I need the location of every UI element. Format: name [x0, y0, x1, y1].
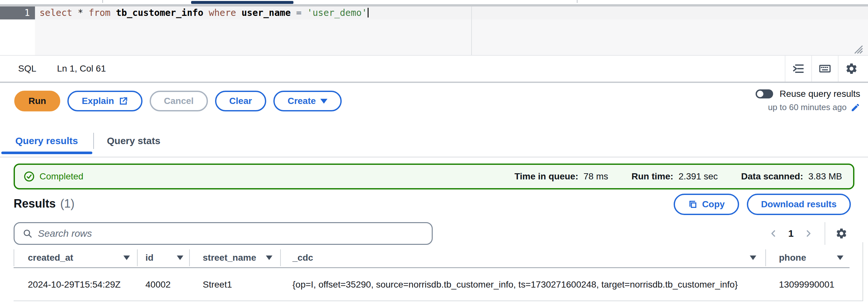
banner-stat: Run time:2.391 sec — [631, 171, 718, 182]
explain-button[interactable]: Explain — [67, 91, 143, 112]
results-count: (1) — [60, 197, 74, 211]
settings-gear-icon — [845, 62, 858, 75]
toggle-knob — [757, 91, 764, 97]
results-header: Results (1) Copy Download results — [13, 194, 855, 216]
external-link-icon — [119, 96, 128, 106]
results-title: Results — [13, 197, 56, 211]
tab-query-stats[interactable]: Query stats — [94, 125, 173, 157]
column-header-phone[interactable]: phone — [765, 253, 868, 263]
editor-line-number: 1 — [0, 6, 35, 20]
column-header-_cdc[interactable]: _cdc — [280, 253, 765, 263]
format-indent-icon — [792, 62, 805, 75]
copy-icon — [688, 199, 698, 209]
status-text: Completed — [39, 171, 83, 182]
column-header-id[interactable]: id — [137, 253, 189, 263]
tab-query-results-label: Query results — [15, 135, 78, 146]
editor-pane-divider — [471, 6, 472, 55]
format-query-button[interactable] — [785, 56, 811, 82]
results-settings-button[interactable] — [834, 224, 848, 243]
pagination-prev-button[interactable] — [766, 224, 780, 243]
sql-token: 'user_demo' — [307, 7, 367, 18]
filter-icon[interactable] — [123, 255, 130, 260]
sql-token — [236, 7, 242, 18]
sql-token — [83, 7, 89, 18]
table-cell-street_name: Street1 — [189, 279, 280, 290]
column-divider — [280, 249, 281, 266]
sql-token — [302, 7, 307, 18]
reuse-query-results-toggle[interactable] — [755, 89, 773, 98]
pagination-next-button[interactable] — [801, 224, 815, 243]
table-cell-phone: 13099990001 — [765, 279, 868, 290]
filter-icon[interactable] — [177, 255, 183, 260]
query-toolbar: Run Explain Cancel Clear Create Reuse qu… — [0, 84, 868, 125]
filter-icon[interactable] — [837, 255, 843, 260]
download-results-button[interactable]: Download results — [747, 194, 851, 215]
copy-button-label: Copy — [702, 199, 725, 210]
explain-button-label: Explain — [82, 96, 114, 106]
filter-icon[interactable] — [750, 255, 756, 260]
editor-active-line[interactable]: select * from tb_customer_info where use… — [35, 6, 868, 20]
query-status-banner: Completed Time in queue:78 msRun time:2.… — [13, 163, 855, 189]
table-cell-created_at: 2024-10-29T15:54:29Z — [13, 279, 137, 290]
table-header-row: created_atidstreet_name_cdcphone — [13, 247, 868, 268]
edit-reuse-duration-button[interactable] — [850, 103, 860, 112]
sql-token: where — [209, 7, 236, 18]
editor-resize-handle[interactable] — [852, 45, 864, 54]
text-cursor — [368, 8, 369, 18]
run-button[interactable]: Run — [14, 91, 60, 112]
query-editor[interactable]: 1 select * from tb_customer_info where u… — [0, 6, 868, 55]
table-row: 2024-10-29T15:54:29Z40002Street1{op=I, o… — [13, 268, 868, 301]
column-divider — [765, 249, 766, 266]
table-header: created_atidstreet_name_cdcphone — [13, 247, 868, 268]
editor-gutter — [0, 20, 35, 55]
pager-divider — [825, 222, 825, 245]
sql-token — [204, 7, 209, 18]
column-divider — [189, 249, 190, 266]
editor-top-border — [0, 4, 868, 6]
sql-code-line[interactable]: select * from tb_customer_info where use… — [39, 6, 868, 20]
column-divider — [13, 249, 14, 266]
pagination-page-number[interactable]: 1 — [784, 228, 798, 239]
search-icon — [22, 228, 33, 239]
tab-separator-tick — [102, 0, 103, 3]
column-header-label: _cdc — [292, 253, 313, 263]
column-header-label: phone — [779, 253, 806, 263]
search-rows-box[interactable] — [13, 222, 433, 245]
cancel-button[interactable]: Cancel — [150, 91, 208, 112]
tab-query-stats-label: Query stats — [107, 135, 160, 146]
table-right-edge-line — [863, 242, 863, 301]
column-header-label: id — [146, 253, 154, 263]
active-tab-underline — [1, 152, 92, 154]
statusbar-cursor-position: Ln 1, Col 61 — [57, 56, 106, 82]
create-button-label: Create — [288, 96, 316, 106]
sql-token: * — [78, 7, 83, 18]
sql-token: user_name — [242, 7, 291, 18]
sql-token: = — [296, 7, 302, 18]
sql-token: select — [39, 7, 72, 18]
sql-token — [111, 7, 116, 18]
filter-icon[interactable] — [266, 255, 272, 260]
sql-token — [290, 7, 296, 18]
sql-token: tb_customer_info — [116, 7, 204, 18]
caret-down-icon — [320, 99, 328, 104]
copy-button[interactable]: Copy — [674, 194, 739, 215]
column-divider — [137, 249, 138, 266]
editor-settings-button[interactable] — [838, 56, 864, 82]
sql-token — [72, 7, 78, 18]
table-body: 2024-10-29T15:54:29Z40002Street1{op=I, o… — [13, 268, 868, 301]
statusbar-language: SQL — [18, 56, 36, 82]
column-header-label: street_name — [203, 253, 256, 263]
active-editor-tab-underline — [191, 1, 293, 4]
clear-button[interactable]: Clear — [215, 91, 266, 112]
reuse-duration-text: up to 60 minutes ago — [768, 102, 847, 112]
column-header-street_name[interactable]: street_name — [189, 253, 280, 263]
editor-tab-strip — [0, 0, 868, 4]
results-tab-bar: Query results Query stats — [0, 125, 868, 157]
check-circle-icon — [23, 171, 35, 182]
results-controls: 1 — [13, 222, 855, 245]
table-cell-id: 40002 — [137, 279, 189, 290]
search-input[interactable] — [38, 224, 432, 243]
column-header-created_at[interactable]: created_at — [13, 253, 137, 263]
keyboard-shortcuts-button[interactable] — [811, 56, 838, 82]
create-menu-button[interactable]: Create — [273, 91, 342, 112]
